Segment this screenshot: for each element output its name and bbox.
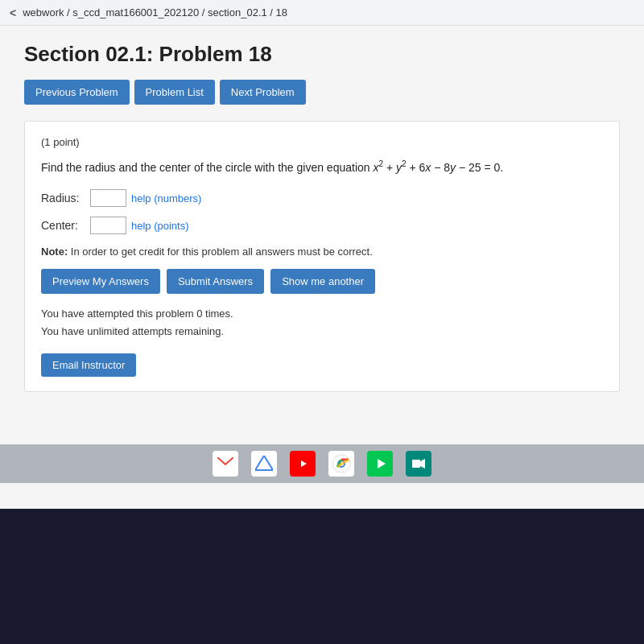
youtube-icon[interactable]	[290, 451, 316, 477]
preview-answers-button[interactable]: Preview My Answers	[41, 269, 160, 294]
center-help-link[interactable]: help (points)	[131, 220, 189, 232]
show-another-button[interactable]: Show me another	[270, 269, 375, 294]
radius-label: Radius:	[41, 192, 85, 204]
problem-description: Find the radius and the center of the ci…	[41, 158, 603, 176]
math-equation: x2 + y2 + 6x − 8y − 25 = 0.	[373, 161, 503, 174]
radius-input[interactable]	[90, 189, 126, 207]
note-body: In order to get credit for this problem …	[68, 246, 373, 258]
center-row: Center: help (points)	[41, 217, 603, 234]
center-label: Center:	[41, 219, 85, 232]
drive-icon[interactable]	[251, 451, 277, 477]
dark-background	[0, 509, 644, 644]
chrome-icon[interactable]	[328, 451, 354, 477]
play-icon[interactable]	[367, 451, 393, 477]
point-label: (1 point)	[41, 136, 603, 148]
attempt-info: You have attempted this problem 0 times.…	[41, 305, 603, 341]
taskbar	[0, 444, 644, 483]
problem-list-button[interactable]: Problem List	[134, 80, 215, 105]
attempt-line2: You have unlimited attempts remaining.	[41, 325, 224, 337]
action-buttons: Preview My Answers Submit Answers Show m…	[41, 269, 603, 294]
page-title: Section 02.1: Problem 18	[24, 42, 620, 67]
nav-buttons: Previous Problem Problem List Next Probl…	[24, 80, 620, 105]
next-problem-button[interactable]: Next Problem	[220, 80, 306, 105]
radius-help-link[interactable]: help (numbers)	[131, 192, 201, 204]
meet-icon[interactable]	[406, 451, 431, 477]
radius-row: Radius: help (numbers)	[41, 189, 603, 207]
submit-answers-button[interactable]: Submit Answers	[167, 269, 264, 294]
center-input[interactable]	[90, 217, 126, 234]
browser-bar: < webwork / s_ccd_mat166001_202120 / sec…	[0, 0, 644, 26]
gmail-icon[interactable]	[213, 451, 238, 477]
breadcrumb: webwork / s_ccd_mat166001_202120 / secti…	[23, 6, 287, 19]
svg-marker-1	[255, 456, 273, 470]
instruction-text: Find the radius and the center of the ci…	[41, 161, 370, 174]
email-instructor-button[interactable]: Email Instructor	[41, 353, 136, 377]
page-content: Section 02.1: Problem 18 Previous Proble…	[0, 26, 644, 509]
svg-rect-10	[412, 460, 420, 468]
attempt-line1: You have attempted this problem 0 times.	[41, 308, 233, 320]
note-text: Note: In order to get credit for this pr…	[41, 246, 603, 258]
problem-box: (1 point) Find the radius and the center…	[24, 121, 620, 392]
note-prefix: Note:	[41, 246, 68, 258]
previous-problem-button[interactable]: Previous Problem	[24, 80, 130, 105]
back-button[interactable]: <	[10, 6, 16, 19]
